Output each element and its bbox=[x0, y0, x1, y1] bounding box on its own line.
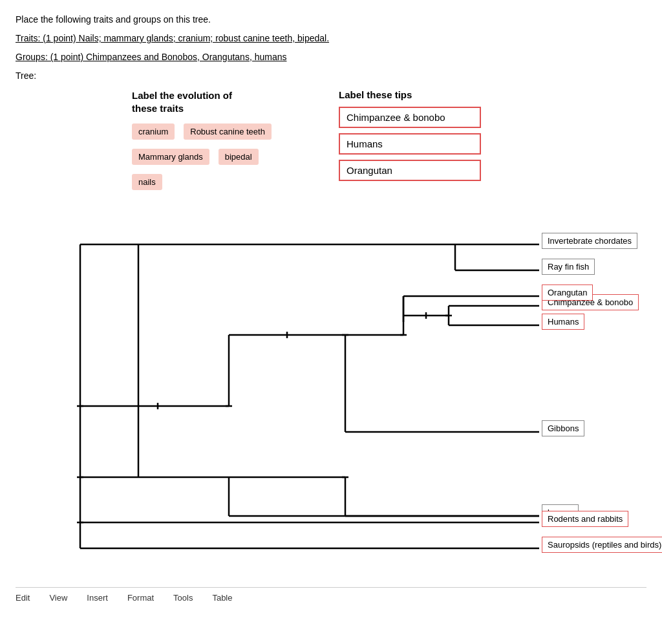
tip-chimpanzee-bonobo[interactable]: Chimpanzee & bonobo bbox=[339, 107, 481, 128]
phylo-tree: Invertebrate chordates Ray fin fish Chim… bbox=[28, 206, 662, 568]
menu-table[interactable]: Table bbox=[212, 593, 232, 603]
tip-invertebrate-chordates[interactable]: Invertebrate chordates bbox=[542, 233, 637, 249]
tips-section: Label these tips Chimpanzee & bonobo Hum… bbox=[326, 89, 646, 199]
tip-gibbons[interactable]: Gibbons bbox=[542, 420, 584, 436]
tips-title: Label these tips bbox=[339, 89, 646, 100]
instruction-line2: Traits: (1 point) Nails; mammary glands;… bbox=[16, 32, 646, 45]
tip-rodents-rabbits[interactable]: Rodents and rabbits bbox=[542, 511, 628, 527]
menu-tools[interactable]: Tools bbox=[173, 593, 193, 603]
trait-bipedal[interactable]: bipedal bbox=[219, 149, 259, 165]
traits-text: Nails; mammary glands; cranium; robust c… bbox=[76, 33, 329, 43]
trait-cranium[interactable]: cranium bbox=[132, 123, 175, 140]
tip-orangutan[interactable]: Orangutan bbox=[339, 160, 481, 181]
labels-title: Label the evolution ofthese traits bbox=[132, 89, 326, 114]
instruction-line1: Place the following traits and groups on… bbox=[16, 13, 646, 27]
groups-text: Chimpanzees and Bonobos, Orangutans, hum… bbox=[83, 52, 286, 62]
trait-row-1: cranium Robust canine teeth bbox=[132, 123, 326, 140]
trait-robust-canine[interactable]: Robust canine teeth bbox=[184, 123, 272, 140]
tip-sauropsids[interactable]: Sauropsids (reptiles and birds) bbox=[542, 537, 662, 553]
instruction-line3: Groups: (1 point) Chimpanzees and Bonobo… bbox=[16, 50, 646, 64]
menu-insert[interactable]: Insert bbox=[87, 593, 108, 603]
instructions: Place the following traits and groups on… bbox=[16, 13, 646, 83]
trait-nails[interactable]: nails bbox=[132, 174, 162, 190]
trait-row-2: Mammary glands bipedal bbox=[132, 149, 326, 165]
tip-ray-fin-fish[interactable]: Ray fin fish bbox=[542, 259, 595, 275]
tip-humans[interactable]: Humans bbox=[339, 133, 481, 155]
menu-view[interactable]: View bbox=[49, 593, 67, 603]
tip-orangutan-tree[interactable]: Orangutan bbox=[542, 284, 593, 301]
bottom-bar: Edit View Insert Format Tools Table bbox=[16, 587, 646, 603]
menu-edit[interactable]: Edit bbox=[16, 593, 30, 603]
menu-format[interactable]: Format bbox=[127, 593, 154, 603]
groups-label: Groups: (1 point) bbox=[16, 52, 83, 62]
trait-mammary-glands[interactable]: Mammary glands bbox=[132, 149, 209, 165]
labels-section: Label the evolution ofthese traits crani… bbox=[28, 89, 326, 199]
traits-label: Traits: (1 point) bbox=[16, 33, 76, 43]
instruction-line4: Tree: bbox=[16, 69, 646, 83]
trait-row-3: nails bbox=[132, 174, 326, 190]
tip-humans-tree[interactable]: Humans bbox=[542, 314, 584, 330]
